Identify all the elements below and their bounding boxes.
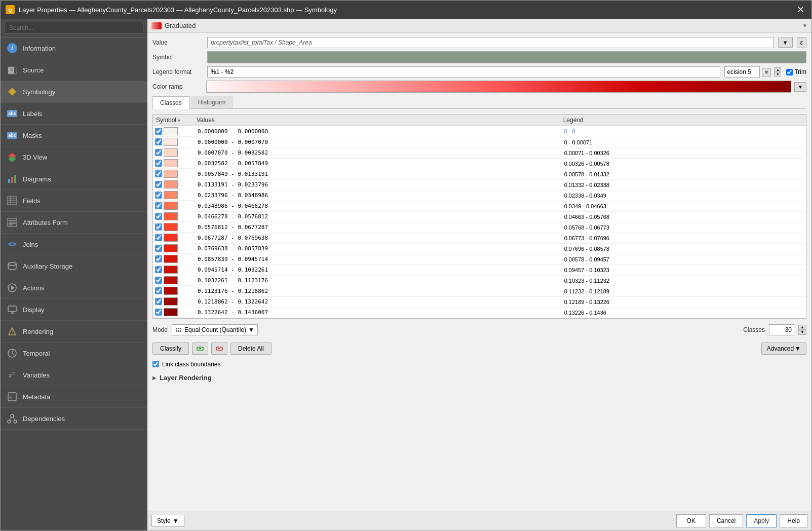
sidebar-item-attributes-form[interactable]: Attributes Form [1,212,147,234]
ok-button[interactable]: OK [676,514,706,527]
layer-rendering-section[interactable]: ▶ Layer Rendering [152,372,806,384]
cell-symbol[interactable] [153,147,194,158]
color-swatch[interactable] [164,276,178,284]
table-row[interactable]: 0.1123176 - 0.12188620.11232 - 0.12189 [153,286,806,296]
row-checkbox[interactable] [155,170,162,177]
sidebar-item-dependencies[interactable]: Dependencies [1,408,147,430]
sidebar-item-auxiliary-storage[interactable]: Auxiliary Storage [1,255,147,277]
row-checkbox[interactable] [155,298,162,305]
cell-symbol[interactable] [153,286,194,296]
table-row[interactable]: 0.1032261 - 0.11231760.10323 - 0.11232 [153,275,806,286]
color-swatch[interactable] [164,138,178,146]
cell-symbol[interactable] [153,211,194,222]
color-swatch[interactable] [164,170,178,178]
table-row[interactable]: 0.0233796 - 0.03489860.02338 - 0.0349 [153,190,806,201]
table-row[interactable]: 0.0769638 - 0.08578390.07696 - 0.08578 [153,243,806,254]
row-checkbox[interactable] [155,266,162,273]
table-row[interactable]: 0.0032582 - 0.00578490.00326 - 0.00578 [153,158,806,169]
row-checkbox[interactable] [155,245,162,252]
row-checkbox[interactable] [155,255,162,262]
symbol-swatch[interactable] [207,51,806,63]
legend-format-input[interactable] [207,66,720,78]
cell-symbol[interactable] [153,169,194,179]
cell-symbol[interactable] [153,296,194,307]
sidebar-item-diagrams[interactable]: Diagrams [1,168,147,190]
table-row[interactable]: 0.1218862 - 0.13226420.12189 - 0.13226 [153,296,806,307]
color-swatch[interactable] [164,287,178,295]
advanced-button[interactable]: Advanced ▼ [761,343,806,355]
row-checkbox[interactable] [155,223,162,231]
close-button[interactable]: ✕ [795,4,806,15]
cell-symbol[interactable] [153,243,194,254]
row-checkbox[interactable] [155,128,162,135]
delete-class-button[interactable] [211,343,227,355]
cell-symbol[interactable] [153,254,194,264]
delete-all-button[interactable]: Delete All [230,343,272,355]
cell-symbol[interactable] [153,307,194,318]
color-swatch[interactable] [164,191,178,199]
table-row[interactable]: 0.0000000 - 0.00000000 - 0 [153,126,806,137]
table-row[interactable]: 0.0057849 - 0.01331910.00578 - 0.01332 [153,169,806,179]
cell-symbol[interactable] [153,158,194,169]
style-button[interactable]: Style ▼ [151,515,184,527]
color-swatch[interactable] [164,223,178,231]
row-checkbox[interactable] [155,149,162,156]
classes-up-button[interactable]: ▲ [798,325,806,330]
cell-symbol[interactable] [153,275,194,286]
cell-symbol[interactable] [153,222,194,233]
color-swatch[interactable] [164,159,178,167]
col-values[interactable]: Values [194,115,560,126]
table-row[interactable]: 0.0677287 - 0.07696380.06773 - 0.07696 [153,233,806,243]
sidebar-item-labels[interactable]: abc Labels [1,103,147,125]
table-row[interactable]: 0.0466278 - 0.05768120.04663 - 0.05768 [153,211,806,222]
cell-symbol[interactable] [153,264,194,275]
search-input[interactable] [5,22,143,34]
row-checkbox[interactable] [155,309,162,316]
row-checkbox[interactable] [155,138,162,145]
cell-symbol[interactable] [153,201,194,211]
apply-button[interactable]: Apply [746,514,777,527]
color-ramp-swatch[interactable] [206,81,791,93]
color-swatch[interactable] [164,212,178,220]
sidebar-item-masks[interactable]: abc Masks [1,125,147,146]
add-class-button[interactable] [192,343,208,355]
classes-down-button[interactable]: ▼ [798,330,806,335]
color-swatch[interactable] [164,127,178,135]
sidebar-item-variables[interactable]: x = Variables [1,364,147,386]
tab-histogram[interactable]: Histogram [190,96,234,108]
precision-input[interactable] [724,66,760,78]
trim-checkbox[interactable] [786,69,793,75]
cancel-button[interactable]: Cancel [709,514,743,527]
row-checkbox[interactable] [155,213,162,220]
renderer-dropdown-arrow[interactable]: ▼ [802,23,807,28]
link-class-checkbox[interactable] [152,361,159,367]
precision-clear-button[interactable]: ✕ [762,68,771,77]
col-symbol[interactable]: Symbol ▾ [153,115,194,126]
sidebar-item-source[interactable]: Source [1,59,147,81]
row-checkbox[interactable] [155,202,162,209]
row-checkbox[interactable] [155,287,162,294]
table-row[interactable]: 0.1322642 - 0.14360070.13226 - 0.1436 [153,307,806,318]
row-checkbox[interactable] [155,234,162,241]
color-swatch[interactable] [164,234,178,242]
sidebar-item-joins[interactable]: Joins [1,234,147,255]
table-row[interactable]: 0.0007070 - 0.00325820.00071 - 0.00326 [153,147,806,158]
precision-up-button[interactable]: ▲ [774,67,781,72]
color-swatch[interactable] [164,255,178,263]
cell-symbol[interactable] [153,126,194,137]
sidebar-item-temporal[interactable]: Temporal [1,343,147,364]
help-button[interactable]: Help [780,514,807,527]
table-row[interactable]: 0.0000000 - 0.00070700 - 0.00071 [153,137,806,147]
cell-symbol[interactable] [153,233,194,243]
row-checkbox[interactable] [155,192,162,199]
value-dropdown-btn[interactable]: ▼ [778,37,793,48]
table-row[interactable]: 0.0133191 - 0.02337960.01332 - 0.02338 [153,179,806,190]
classify-button[interactable]: Classify [152,343,189,355]
col-legend[interactable]: Legend [560,115,806,126]
sidebar-item-information[interactable]: i Information [1,37,147,59]
row-checkbox[interactable] [155,181,162,188]
color-swatch[interactable] [164,266,178,274]
table-row[interactable]: 0.0857839 - 0.09457140.08578 - 0.09457 [153,254,806,264]
sidebar-item-metadata[interactable]: i Metadata [1,386,147,408]
row-checkbox[interactable] [155,160,162,167]
